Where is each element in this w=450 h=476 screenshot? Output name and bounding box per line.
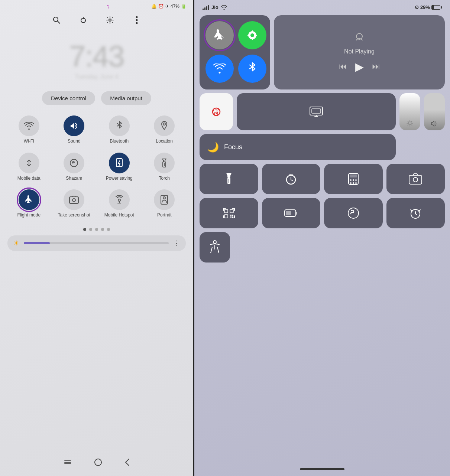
- power-saving-icon-btn[interactable]: [109, 153, 130, 173]
- tile-location: Location: [143, 113, 186, 147]
- more-button[interactable]: [130, 13, 143, 27]
- torch-icon-btn[interactable]: [154, 153, 175, 173]
- ios-camera-tile[interactable]: [386, 164, 445, 194]
- svg-rect-37: [350, 175, 357, 177]
- android-nav-bar: [0, 451, 193, 476]
- ios-wifi-button[interactable]: [205, 55, 234, 83]
- battery-percentage: 29%: [420, 4, 430, 10]
- ios-bluetooth-button[interactable]: [238, 55, 266, 83]
- ios-airplane-button[interactable]: [205, 21, 234, 49]
- power-button[interactable]: [77, 13, 90, 27]
- camera-icon: [409, 173, 422, 185]
- portrait-label: Portrait: [157, 212, 172, 218]
- android-clock-area: 7:43 Tuesday, June 4: [0, 28, 193, 88]
- flight-mode-icon-btn[interactable]: [19, 189, 39, 210]
- ios-timer-tile[interactable]: [262, 164, 321, 194]
- ios-panel: Jio ⊙ 29%: [194, 0, 450, 476]
- svg-rect-55: [286, 211, 291, 215]
- sound-icon-btn[interactable]: [64, 115, 84, 136]
- wifi-status-icon: [221, 5, 227, 10]
- forward-button[interactable]: ⏭: [372, 62, 380, 71]
- svg-point-56: [348, 208, 359, 218]
- svg-rect-44: [409, 175, 422, 184]
- calculator-icon: [348, 173, 359, 185]
- signal-bars-icon: [203, 5, 209, 10]
- lock-rotation-icon: ⊙: [415, 4, 419, 10]
- ios-low-power-tile[interactable]: [262, 198, 321, 228]
- focus-moon-icon: 🌙: [207, 141, 219, 153]
- svg-rect-48: [224, 215, 228, 218]
- power-saving-label: Power saving: [106, 176, 133, 182]
- ios-brightness-slider[interactable]: [399, 93, 420, 130]
- brightness-more-icon[interactable]: ⋮: [173, 239, 180, 247]
- settings-button[interactable]: ↑: [103, 13, 117, 27]
- wifi-icon-btn[interactable]: [19, 115, 39, 136]
- svg-point-40: [355, 179, 357, 181]
- media-output-button[interactable]: Media output: [101, 91, 151, 105]
- ios-focus-tile[interactable]: 🌙 Focus: [200, 134, 396, 160]
- svg-point-7: [136, 22, 138, 24]
- ios-accessibility-tile[interactable]: [200, 232, 230, 263]
- recents-button[interactable]: [64, 458, 72, 469]
- svg-rect-52: [232, 216, 233, 218]
- search-button[interactable]: [50, 13, 63, 27]
- brightness-fill: [24, 242, 50, 244]
- shazam-icon-btn[interactable]: [64, 153, 84, 173]
- ios-screen-mirror-tile[interactable]: [237, 93, 396, 130]
- android-tiles: Wi-Fi Sound Bluetooth: [0, 109, 193, 225]
- ios-media-controls: ⏮ ▶ ⏭: [339, 60, 380, 73]
- svg-point-24: [95, 459, 101, 466]
- ios-shazam-tile[interactable]: [324, 198, 383, 228]
- brightness-track[interactable]: [24, 242, 169, 244]
- ios-rotation-lock-tile[interactable]: [200, 93, 233, 130]
- play-button[interactable]: ▶: [355, 60, 364, 73]
- svg-point-41: [350, 182, 352, 184]
- ios-volume-slider[interactable]: [424, 93, 445, 130]
- home-button[interactable]: [94, 458, 102, 469]
- ios-icon-row-2: [200, 198, 445, 228]
- svg-rect-49: [230, 215, 232, 216]
- battery-percent: 47%: [171, 4, 179, 9]
- ios-flashlight-tile[interactable]: [200, 164, 258, 194]
- ios-cellular-button[interactable]: [238, 21, 266, 49]
- svg-line-1: [58, 21, 60, 24]
- ios-qr-scan-tile[interactable]: [200, 198, 258, 228]
- brightness-spacer: [399, 134, 420, 160]
- ios-alarm-tile[interactable]: [386, 198, 445, 228]
- qr-scan-icon: [223, 207, 235, 219]
- android-page-dots: [0, 225, 193, 234]
- bluetooth-icon-btn[interactable]: [109, 115, 130, 136]
- ios-status-bar: Jio ⊙ 29%: [194, 0, 450, 12]
- airplane-status-icon: ✈: [165, 4, 169, 9]
- mobile-hotspot-icon-btn[interactable]: [109, 189, 130, 210]
- ios-shazam-icon: [347, 207, 360, 219]
- signal-bar-2: [204, 7, 205, 10]
- sun-icon: [407, 120, 413, 127]
- svg-point-20: [163, 197, 165, 199]
- sound-label: Sound: [68, 138, 81, 144]
- svg-point-39: [353, 179, 354, 181]
- svg-point-6: [136, 19, 138, 21]
- device-control-button[interactable]: Device control: [42, 91, 95, 105]
- page-dot-1: [83, 228, 86, 231]
- take-screenshot-icon-btn[interactable]: [64, 189, 84, 210]
- screen-mirror-icon: [310, 107, 323, 117]
- mobile-data-icon-btn[interactable]: [19, 153, 39, 173]
- signal-bar-4: [208, 5, 209, 10]
- portrait-icon-btn[interactable]: [154, 189, 175, 210]
- ios-icon-row-3: [200, 232, 445, 263]
- page-dot-3: [95, 228, 98, 231]
- svg-point-4: [109, 19, 111, 21]
- tile-sound: Sound: [53, 113, 96, 147]
- back-button[interactable]: [124, 458, 130, 469]
- location-icon-btn[interactable]: [154, 115, 175, 136]
- svg-rect-11: [118, 158, 121, 159]
- svg-rect-51: [230, 216, 232, 218]
- rewind-button[interactable]: ⏮: [339, 62, 347, 71]
- tile-flight-mode: Flight mode: [7, 186, 51, 221]
- svg-rect-31: [312, 109, 321, 113]
- android-quick-actions: Device control Media output: [0, 88, 193, 109]
- wifi-label: Wi-Fi: [24, 138, 34, 144]
- ios-calculator-tile[interactable]: [324, 164, 383, 194]
- svg-point-25: [250, 33, 254, 37]
